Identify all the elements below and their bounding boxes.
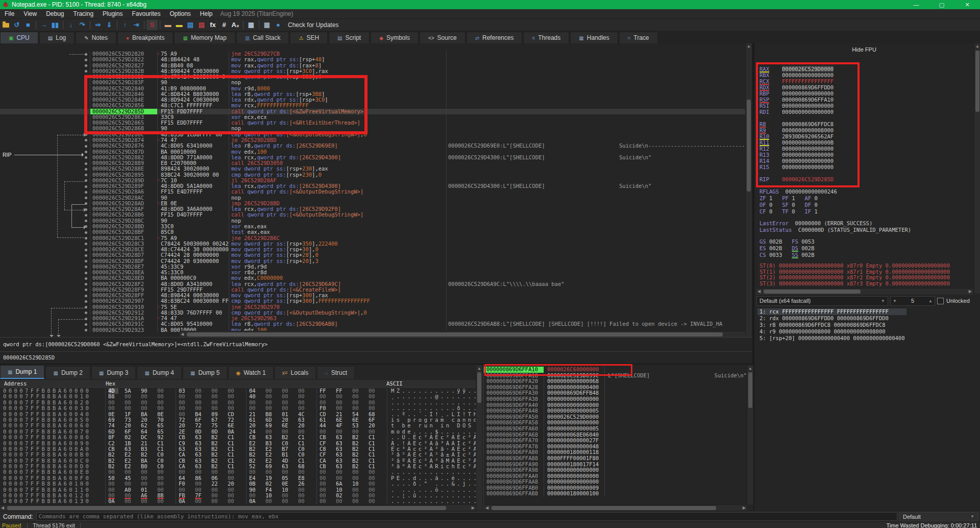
dump-row[interactable]: 00007FFB8BA60030000000000000000000000000…	[0, 405, 476, 411]
command-input[interactable]	[36, 512, 897, 521]
disasm-row[interactable]: 0000026C529D28764C:8D05 63410000lea r8,q…	[0, 143, 745, 149]
step-out-icon[interactable]: ⇓	[104, 20, 115, 30]
source-step-icon[interactable]: S	[146, 20, 158, 30]
run-icon[interactable]: →	[38, 20, 50, 30]
disasm-row[interactable]: 0000026C529D282248:8B4424 48mov rax,qwor…	[0, 57, 745, 62]
pause-icon[interactable]: ▮▮	[50, 20, 61, 30]
tab-cpu[interactable]: ▣CPU	[0, 32, 38, 43]
register-r14[interactable]: R140000000000000000	[760, 158, 834, 164]
scroll-up-icon[interactable]: ▲	[974, 43, 980, 50]
tab-dump-3[interactable]: ▦Dump 3	[91, 366, 136, 379]
stack-row[interactable]: 000000869D6FFA70000000000000027F	[484, 438, 747, 444]
command-default-select[interactable]: Default▼	[899, 512, 978, 521]
checkbox-icon[interactable]	[937, 298, 944, 304]
disasm-row[interactable]: 0000026C529D28D7C74424 28 00000000mov dw…	[0, 252, 745, 258]
tab-locals[interactable]: x=Locals	[275, 366, 316, 379]
font-icon[interactable]: A₂	[230, 20, 241, 30]
menu-item-debug[interactable]: Debug	[41, 10, 68, 17]
registers-horizontal-scrollbar[interactable]: ◀ ▶	[756, 288, 973, 295]
dump-row[interactable]: 00007FFB8BA600400E1FBA0E00B409CD21B8014C…	[0, 412, 476, 417]
argument-row[interactable]: 2: rdx 000000869D6FFDD0 000000869D6FFDD0	[757, 315, 906, 322]
argument-row[interactable]: 4: r9 0000000000008000 0000000000008000	[757, 328, 906, 335]
menu-item-view[interactable]: View	[19, 10, 41, 17]
register-rsi[interactable]: RSI0000000000000000	[760, 103, 834, 109]
tab-notes[interactable]: ✎Notes	[76, 32, 116, 43]
register-rdx[interactable]: RDX000000869D6FFDD0	[760, 84, 834, 90]
patches-icon[interactable]: ▬	[162, 20, 174, 30]
restart-icon[interactable]: ↺	[11, 20, 22, 30]
stack-row[interactable]: 000000869D6FFA100000026C60000000	[484, 367, 747, 373]
minimize-button[interactable]: —	[909, 2, 923, 8]
menu-item-help[interactable]: Help	[195, 10, 217, 17]
registers-pane[interactable]: Hide FPU RAX0000026C529D0000RBX000000000…	[753, 43, 980, 511]
dump-row[interactable]: 00007FFB8BA6011000A001000000000090F41000…	[0, 487, 476, 493]
tab-seh[interactable]: ⚠SEH	[290, 32, 328, 43]
register-r10[interactable]: R102B930D69206562AF	[760, 133, 834, 139]
dump-row[interactable]: 00007FFB8BA6005069732070726F6772616D2063…	[0, 417, 476, 423]
dump-row[interactable]: 00007FFB8BA601300A0000000A0000000A000000…	[0, 498, 476, 504]
register-rdi[interactable]: RDI0000000000000000	[760, 109, 834, 115]
stack-pane[interactable]: 000000869D6FFA100000026C6000000000000086…	[483, 365, 754, 512]
step-into-icon[interactable]: ↓	[65, 20, 77, 30]
calling-convention-select[interactable]: Default (x64 fastcall)▼	[756, 296, 888, 306]
menu-item-plugins[interactable]: Plugins	[98, 10, 127, 17]
skip-icon[interactable]: ⇥	[131, 20, 142, 30]
check-for-updates-button[interactable]: Check for Updates	[288, 21, 338, 29]
unlocked-checkbox[interactable]: Unlocked	[937, 298, 979, 304]
calculator-icon[interactable]: ▦	[246, 20, 257, 30]
dump-row[interactable]: 00007FFB8BA60010B80000000000000040000000…	[0, 394, 476, 399]
dump-row[interactable]: 00007FFB8BA600F05045000064860600E41905E8…	[0, 475, 476, 481]
tab-script[interactable]: ▤Script	[329, 32, 370, 43]
tab-struct[interactable]: ∴Struct	[317, 366, 355, 379]
comment-icon[interactable]: ▬	[174, 20, 185, 30]
stack-vertical-scrollbar[interactable]: ▲	[747, 366, 753, 505]
tab-call-stack[interactable]: ▥Call Stack	[236, 32, 289, 43]
tab-dump-5[interactable]: ▦Dump 5	[183, 366, 227, 379]
fx-icon[interactable]: fx	[207, 20, 218, 30]
stack-row[interactable]: 000000869D6FFAB80000000180000100	[484, 491, 747, 497]
spinner-down-icon[interactable]: ▼	[893, 299, 897, 303]
tab-trace[interactable]: ≈Trace	[619, 32, 658, 43]
disasm-row[interactable]: 0000026C529D290748:83BC24 00030000 FFcmp…	[0, 298, 745, 304]
argument-count-spinner[interactable]: ▼ 5 ▲	[890, 296, 935, 306]
register-rip[interactable]: RIP0000026C529D285D	[760, 176, 834, 182]
tab-handles[interactable]: ▦Handles	[570, 32, 618, 43]
close-button[interactable]: ✕	[960, 2, 974, 8]
run-to-user-code-icon[interactable]: ↑	[119, 20, 131, 30]
register-r12[interactable]: R120000000000000000	[760, 146, 834, 152]
menu-item-favourites[interactable]: Favourites	[127, 10, 165, 17]
scroll-left-icon[interactable]: ◀	[757, 289, 761, 295]
tab-memory-map[interactable]: ▦Memory Map	[174, 32, 235, 43]
tab-log[interactable]: ▤Log	[39, 32, 75, 43]
dump-vertical-scrollbar[interactable]: ▲	[476, 366, 482, 512]
disasm-vertical-scrollbar[interactable]: ▲	[745, 43, 752, 337]
dump-row[interactable]: 00007FFB8BA600B0B2E2B2C0CA63B2C1B2E2B1C0…	[0, 452, 476, 458]
disasm-horizontal-scrollbar[interactable]: ◀	[180, 331, 745, 337]
stack-row[interactable]: 000000869D6FFA480000000000000005	[484, 408, 747, 414]
dump-row[interactable]: 00007FFB8BA601200000A68BFB7F000000100000…	[0, 493, 476, 498]
step-over-icon[interactable]: ↷	[77, 20, 88, 30]
menu-item-file[interactable]: File	[0, 10, 19, 17]
register-r11[interactable]: R11000000000000000B	[760, 139, 834, 146]
stack-row[interactable]: 000000869D6FFA600000000000000005	[484, 426, 747, 432]
tab-watch-1[interactable]: ◉Watch 1	[228, 366, 273, 379]
stack-row[interactable]: 000000869D6FFA980000000000000000	[484, 467, 747, 473]
spinner-up-icon[interactable]: ▲	[928, 299, 933, 303]
register-r8[interactable]: R8000000869D6FFDC8	[760, 121, 834, 127]
dump-row[interactable]: 00007FFB8BA600A0CB63B3C16363B2C1B2E2B7C0…	[0, 446, 476, 452]
tab-references[interactable]: ⇄References	[467, 32, 523, 43]
scroll-left-icon[interactable]: ◀	[181, 331, 184, 337]
tab-dump-4[interactable]: ▦Dump 4	[137, 366, 181, 379]
labels-icon[interactable]: ▤	[185, 20, 196, 30]
argument-row[interactable]: 3: r8 000000869D6FFDC8 000000869D6FFDC8	[757, 322, 906, 328]
dump-row[interactable]: 00007FFB8BA600706D6F64652E0D0D0A24000000…	[0, 429, 476, 435]
dump-row[interactable]: 00007FFB8BA60060742062652072756E20696E20…	[0, 423, 476, 428]
breakpoints-icon[interactable]: ▤	[196, 20, 207, 30]
tab-threads[interactable]: ≡Threads	[523, 32, 569, 43]
disasm-row[interactable]: 0000026C529D285648:C7C1 FFFFFFFFmov rcx,…	[0, 103, 745, 108]
dump-row[interactable]: 00007FFB8BA60020000000000000000000000000…	[0, 400, 476, 405]
tab-dump-1[interactable]: ▦Dump 1	[0, 365, 44, 379]
register-rax[interactable]: RAX0000026C529D0000	[760, 66, 834, 72]
run-trace-icon[interactable]: ⇒	[92, 20, 104, 30]
hash-icon[interactable]: #	[218, 20, 230, 30]
